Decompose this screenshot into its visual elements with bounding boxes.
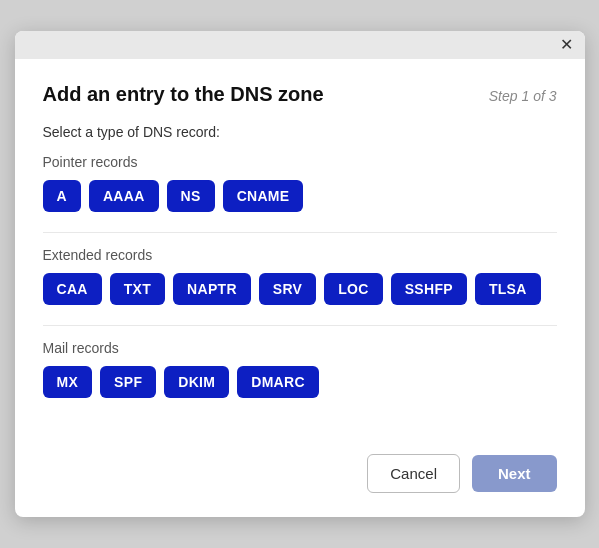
section-label-2: Mail records	[43, 340, 557, 356]
record-btn-sshfp[interactable]: SSHFP	[391, 273, 467, 305]
dialog-body: Add an entry to the DNS zone Step 1 of 3…	[15, 59, 585, 438]
record-buttons-0: AAAAANSCNAME	[43, 180, 557, 212]
next-button[interactable]: Next	[472, 455, 557, 492]
record-btn-srv[interactable]: SRV	[259, 273, 316, 305]
section-divider-1	[43, 325, 557, 326]
dialog-footer: Cancel Next	[15, 438, 585, 517]
record-btn-tlsa[interactable]: TLSA	[475, 273, 541, 305]
record-btn-cname[interactable]: CNAME	[223, 180, 304, 212]
record-btn-a[interactable]: A	[43, 180, 81, 212]
section-label-0: Pointer records	[43, 154, 557, 170]
step-indicator: Step 1 of 3	[489, 88, 557, 104]
dialog-title: Add an entry to the DNS zone	[43, 83, 324, 106]
dialog-header: ✕	[15, 31, 585, 59]
record-btn-dkim[interactable]: DKIM	[164, 366, 229, 398]
close-button[interactable]: ✕	[556, 35, 577, 55]
record-buttons-1: CAATXTNAPTRSRVLOCSSHFPTLSA	[43, 273, 557, 305]
dialog-subtitle: Select a type of DNS record:	[43, 124, 557, 140]
cancel-button[interactable]: Cancel	[367, 454, 460, 493]
record-btn-ns[interactable]: NS	[167, 180, 215, 212]
record-btn-dmarc[interactable]: DMARC	[237, 366, 319, 398]
section-label-1: Extended records	[43, 247, 557, 263]
record-btn-caa[interactable]: CAA	[43, 273, 102, 305]
record-btn-spf[interactable]: SPF	[100, 366, 156, 398]
dns-entry-dialog: ✕ Add an entry to the DNS zone Step 1 of…	[15, 31, 585, 517]
record-btn-mx[interactable]: MX	[43, 366, 93, 398]
record-btn-txt[interactable]: TXT	[110, 273, 165, 305]
sections-container: Pointer recordsAAAAANSCNAMEExtended reco…	[43, 154, 557, 398]
record-btn-aaaa[interactable]: AAAA	[89, 180, 159, 212]
record-btn-naptr[interactable]: NAPTR	[173, 273, 251, 305]
section-divider-0	[43, 232, 557, 233]
title-row: Add an entry to the DNS zone Step 1 of 3	[43, 83, 557, 106]
record-buttons-2: MXSPFDKIMDMARC	[43, 366, 557, 398]
record-btn-loc[interactable]: LOC	[324, 273, 382, 305]
